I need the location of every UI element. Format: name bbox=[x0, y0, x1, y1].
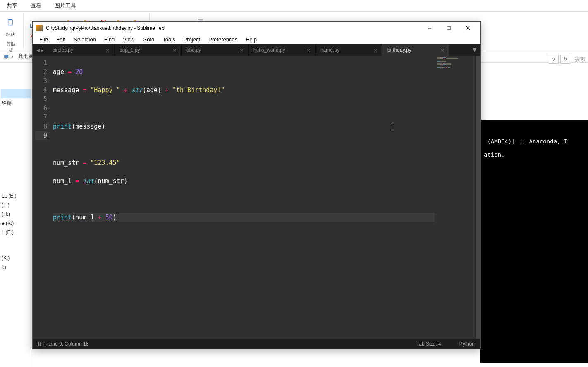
text-cursor bbox=[117, 214, 117, 221]
tab-close-icon[interactable]: × bbox=[103, 47, 109, 53]
tab-oop1[interactable]: oop_1.py× bbox=[115, 44, 182, 56]
titlebar[interactable]: C:\yStudying\PyPro\Jiaoxue\birthday.py -… bbox=[33, 22, 480, 34]
menu-tools[interactable]: Tools bbox=[158, 35, 179, 44]
clipboard-icon[interactable] bbox=[3, 14, 17, 31]
window-title: C:\yStudying\PyPro\Jiaoxue\birthday.py -… bbox=[46, 25, 420, 31]
svg-rect-0 bbox=[8, 19, 13, 25]
tab-birthday[interactable]: birthday.py× bbox=[382, 44, 449, 56]
sublime-icon bbox=[36, 25, 43, 31]
clipboard-group-label: 剪贴板 bbox=[0, 39, 22, 49]
menu-view[interactable]: View bbox=[119, 35, 139, 44]
minimap[interactable] bbox=[435, 56, 475, 339]
scrollbar-thumb[interactable] bbox=[476, 56, 480, 339]
menu-find[interactable]: Find bbox=[100, 35, 119, 44]
sidebar-drive[interactable]: LL (E:) bbox=[1, 191, 31, 200]
menu-project[interactable]: Project bbox=[179, 35, 204, 44]
minimize-button[interactable] bbox=[420, 22, 439, 34]
tab-close-icon[interactable]: × bbox=[237, 47, 243, 53]
sublime-window: C:\yStudying\PyPro\Jiaoxue\birthday.py -… bbox=[32, 21, 481, 349]
status-tabsize[interactable]: Tab Size: 4 bbox=[416, 341, 441, 347]
statusbar: Line 9, Column 18 Tab Size: 4 Python bbox=[33, 339, 480, 349]
line-gutter[interactable]: 1 2 3 4 5 6 7 8 9 bbox=[33, 56, 51, 339]
sidebar-item-drafts[interactable]: 终稿 bbox=[1, 98, 31, 109]
console-line: ation. bbox=[484, 151, 505, 158]
search-input[interactable]: 搜索 bbox=[572, 55, 586, 63]
sidebar-item[interactable] bbox=[1, 89, 31, 98]
ribbon-tab-view[interactable]: 查看 bbox=[28, 0, 44, 11]
ribbon-tab-image-tools[interactable]: 图片工具 bbox=[52, 0, 79, 11]
sidebar-drive[interactable]: L (E:) bbox=[1, 228, 31, 237]
menu-edit[interactable]: Edit bbox=[52, 35, 69, 44]
paste-label[interactable]: 粘贴 bbox=[6, 31, 15, 38]
menu-goto[interactable]: Goto bbox=[139, 35, 158, 44]
tab-close-icon[interactable]: × bbox=[170, 47, 176, 53]
addr-dropdown-button[interactable]: v bbox=[549, 55, 559, 64]
tab-name[interactable]: name.py× bbox=[316, 44, 382, 56]
svg-rect-12 bbox=[5, 58, 7, 58]
tab-circles[interactable]: circles.py× bbox=[48, 44, 115, 56]
explorer-sidebar: 终稿 LL (E:) (F:) (H:) e (K:) L (E:) (K:) … bbox=[0, 63, 32, 367]
sidebar-drive[interactable]: I:) bbox=[1, 262, 31, 272]
mouse-text-cursor-icon bbox=[392, 123, 392, 131]
editor: 1 2 3 4 5 6 7 8 9 age = 20 message = "Ha… bbox=[33, 56, 480, 339]
sidebar-drive[interactable]: (K:) bbox=[1, 253, 31, 262]
close-button[interactable] bbox=[458, 22, 477, 34]
menu-file[interactable]: File bbox=[35, 35, 52, 44]
computer-icon bbox=[3, 54, 9, 60]
code-area[interactable]: age = 20 message = "Happy " + str(age) +… bbox=[51, 56, 435, 339]
sidebar-drive[interactable]: (F:) bbox=[1, 200, 31, 210]
console-line: (AMD64)] :: Anaconda, I bbox=[484, 138, 567, 145]
console-window: (AMD64)] :: Anaconda, I ation. bbox=[480, 120, 588, 363]
tab-close-icon[interactable]: × bbox=[438, 47, 444, 53]
status-cursor-pos[interactable]: Line 9, Column 18 bbox=[48, 341, 88, 347]
menu-help[interactable]: Help bbox=[241, 35, 261, 44]
tab-strip: ◀ ▶ circles.py× oop_1.py× abc.py× hello_… bbox=[33, 44, 480, 56]
address-bar-controls: v ↻ 搜索 bbox=[549, 53, 588, 65]
panel-toggle-icon[interactable] bbox=[38, 342, 44, 346]
tab-abc[interactable]: abc.py× bbox=[182, 44, 249, 56]
addr-refresh-button[interactable]: ↻ bbox=[560, 55, 570, 64]
sidebar-drive[interactable]: (H:) bbox=[1, 210, 31, 219]
tab-overflow-button[interactable]: ▼ bbox=[469, 44, 480, 56]
status-language[interactable]: Python bbox=[459, 341, 475, 347]
ribbon-tab-share[interactable]: 共享 bbox=[4, 0, 20, 11]
menu-preferences[interactable]: Preferences bbox=[204, 35, 241, 44]
svg-rect-14 bbox=[447, 26, 450, 30]
tab-nav-arrows[interactable]: ◀ ▶ bbox=[33, 44, 48, 56]
vertical-scrollbar[interactable] bbox=[475, 56, 480, 339]
maximize-button[interactable] bbox=[439, 22, 458, 34]
tab-hello-world[interactable]: hello_world.py× bbox=[249, 44, 316, 56]
svg-rect-11 bbox=[4, 55, 9, 57]
svg-rect-1 bbox=[9, 19, 12, 20]
tab-close-icon[interactable]: × bbox=[304, 47, 310, 53]
explorer-ribbon-tabs: 共享 查看 图片工具 bbox=[0, 0, 588, 12]
menubar: File Edit Selection Find View Goto Tools… bbox=[33, 34, 480, 44]
window-controls bbox=[420, 22, 477, 34]
tab-close-icon[interactable]: × bbox=[371, 47, 377, 53]
menu-selection[interactable]: Selection bbox=[69, 35, 100, 44]
sidebar-drive[interactable]: e (K:) bbox=[1, 219, 31, 228]
